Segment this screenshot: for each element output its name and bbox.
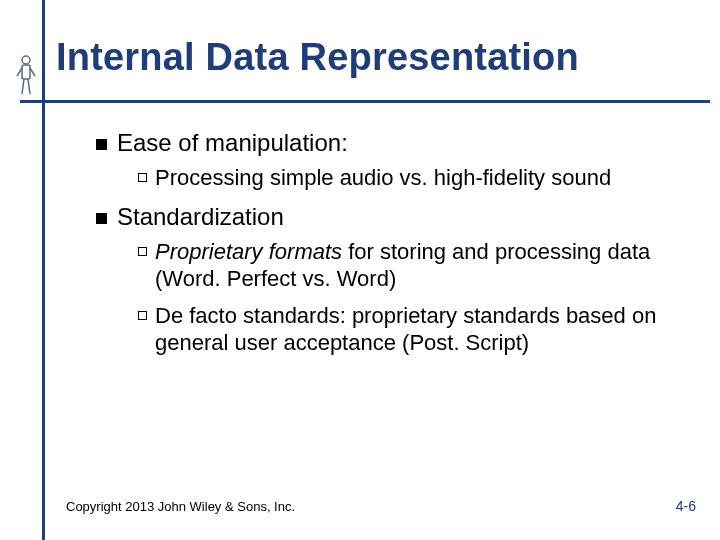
bullet-level2: Proprietary formats for storing and proc… xyxy=(138,239,686,293)
svg-point-0 xyxy=(22,56,30,64)
bullet-level2: Processing simple audio vs. high-fidelit… xyxy=(138,165,686,192)
bullet-label: Standardization xyxy=(117,203,284,230)
outline-square-bullet-icon xyxy=(138,247,147,256)
outline-square-bullet-icon xyxy=(138,311,147,320)
square-bullet-icon xyxy=(96,213,107,224)
bullet-level2: De facto standards: proprietary standard… xyxy=(138,303,686,357)
bullet-text-rest: Processing simple audio vs. high-fidelit… xyxy=(155,165,611,190)
bullet-label: Ease of manipulation: xyxy=(117,129,348,156)
title-underline xyxy=(20,100,710,103)
svg-line-4 xyxy=(22,79,24,94)
footer-copyright: Copyright 2013 John Wiley & Sons, Inc. xyxy=(66,499,295,514)
slide-title: Internal Data Representation xyxy=(56,36,696,79)
bullet-level1: Ease of manipulation: xyxy=(96,128,686,157)
svg-rect-1 xyxy=(22,65,30,79)
left-vertical-rule xyxy=(42,0,45,540)
footer-page-number: 4-6 xyxy=(676,498,696,514)
svg-line-5 xyxy=(28,79,30,94)
outline-square-bullet-icon xyxy=(138,173,147,182)
bullet-text: Processing simple audio vs. high-fidelit… xyxy=(155,165,686,192)
bullet-text: Proprietary formats for storing and proc… xyxy=(155,239,686,293)
bullet-level1: Standardization xyxy=(96,202,686,231)
bullet-text-pre: De facto standards: proprietary standard… xyxy=(155,303,656,355)
decor-figure-icon xyxy=(14,54,38,98)
slide: Internal Data Representation Ease of man… xyxy=(0,0,720,540)
bullet-text-italic: Proprietary formats xyxy=(155,239,342,264)
slide-body: Ease of manipulation: Processing simple … xyxy=(96,128,686,367)
square-bullet-icon xyxy=(96,139,107,150)
bullet-text: De facto standards: proprietary standard… xyxy=(155,303,686,357)
